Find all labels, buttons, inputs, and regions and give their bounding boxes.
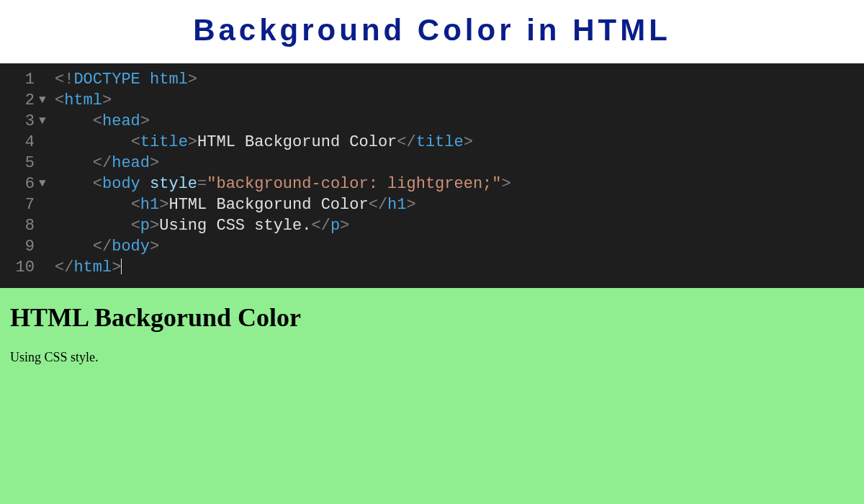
preview-heading: HTML Backgorund Color bbox=[10, 302, 854, 333]
output-preview: HTML Backgorund Color Using CSS style. bbox=[0, 288, 864, 504]
code-content[interactable]: <body style="background-color: lightgree… bbox=[55, 174, 511, 194]
preview-paragraph: Using CSS style. bbox=[10, 350, 854, 365]
line-number: 3 bbox=[0, 111, 39, 132]
line-number: 8 bbox=[0, 215, 39, 236]
code-line[interactable]: 9 </body> bbox=[0, 236, 864, 257]
fold-toggle-icon[interactable]: ▼ bbox=[39, 90, 55, 111]
code-content[interactable]: <h1>HTML Backgorund Color</h1> bbox=[55, 194, 416, 215]
code-line[interactable]: 7 <h1>HTML Backgorund Color</h1> bbox=[0, 194, 864, 215]
code-line[interactable]: 3▼ <head> bbox=[0, 111, 864, 132]
page-title: Background Color in HTML bbox=[0, 13, 864, 48]
fold-toggle-icon bbox=[39, 132, 55, 153]
fold-toggle-icon bbox=[39, 153, 55, 174]
page-header: Background Color in HTML bbox=[0, 0, 864, 63]
fold-toggle-icon bbox=[39, 236, 55, 257]
code-line[interactable]: 10</html> bbox=[0, 257, 864, 278]
code-line[interactable]: 1<!DOCTYPE html> bbox=[0, 69, 864, 90]
code-content[interactable]: <p>Using CSS style.</p> bbox=[55, 215, 349, 236]
fold-toggle-icon[interactable]: ▼ bbox=[39, 174, 55, 194]
code-content[interactable]: </html> bbox=[55, 257, 122, 278]
code-content[interactable]: <html> bbox=[55, 90, 112, 111]
code-line[interactable]: 4 <title>HTML Backgorund Color</title> bbox=[0, 132, 864, 153]
fold-toggle-icon bbox=[39, 215, 55, 236]
code-line[interactable]: 5 </head> bbox=[0, 153, 864, 174]
line-number: 6 bbox=[0, 174, 39, 194]
code-content[interactable]: <!DOCTYPE html> bbox=[55, 69, 197, 90]
code-content[interactable]: <title>HTML Backgorund Color</title> bbox=[55, 132, 473, 153]
line-number: 7 bbox=[0, 194, 39, 215]
code-content[interactable]: </head> bbox=[55, 153, 159, 174]
line-number: 10 bbox=[0, 257, 39, 278]
line-number: 9 bbox=[0, 236, 39, 257]
code-content[interactable]: <head> bbox=[55, 111, 150, 132]
code-line[interactable]: 6▼ <body style="background-color: lightg… bbox=[0, 174, 864, 194]
fold-toggle-icon[interactable]: ▼ bbox=[39, 111, 55, 132]
fold-toggle-icon bbox=[39, 69, 55, 90]
code-editor[interactable]: 1<!DOCTYPE html>2▼<html>3▼ <head>4 <titl… bbox=[0, 63, 864, 288]
code-line[interactable]: 2▼<html> bbox=[0, 90, 864, 111]
line-number: 4 bbox=[0, 132, 39, 153]
code-line[interactable]: 8 <p>Using CSS style.</p> bbox=[0, 215, 864, 236]
line-number: 5 bbox=[0, 153, 39, 174]
fold-toggle-icon bbox=[39, 257, 55, 278]
text-cursor bbox=[121, 258, 122, 274]
line-number: 1 bbox=[0, 69, 39, 90]
fold-toggle-icon bbox=[39, 194, 55, 215]
line-number: 2 bbox=[0, 90, 39, 111]
code-content[interactable]: </body> bbox=[55, 236, 159, 257]
